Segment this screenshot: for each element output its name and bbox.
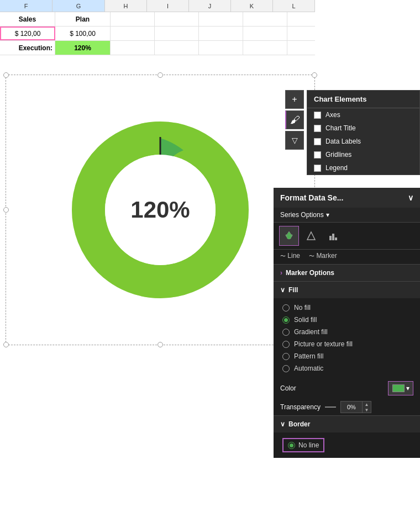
transparency-increment[interactable]: ▲	[363, 402, 371, 407]
tab-row: 〜 Line 〜 Marker	[274, 250, 420, 265]
legend-label: Legend	[326, 164, 348, 172]
solid-fill-label: Solid fill	[294, 316, 317, 324]
cell-g2[interactable]: $ 100,00	[55, 27, 111, 40]
chart-elements-item-gridlines[interactable]: Gridlines	[307, 148, 419, 161]
handle-tm[interactable]	[158, 72, 163, 78]
svg-rect-8	[335, 237, 337, 240]
fill-section-header[interactable]: ∨ Fill	[274, 282, 420, 298]
chart-title-checkbox[interactable]	[314, 125, 321, 132]
chart-elements-item-axes[interactable]: Axes	[307, 108, 419, 122]
border-label: Border	[288, 420, 310, 428]
cell-k2	[243, 27, 287, 40]
chart-elements-item-title[interactable]: Chart Title	[307, 122, 419, 135]
format-panel-subheader: Series Options ▾	[274, 208, 420, 223]
col-headers: F G H I J K L	[0, 0, 315, 12]
col-header-f[interactable]: F	[0, 0, 53, 12]
transparency-slider-icon	[325, 407, 336, 408]
cell-g1[interactable]: Plan	[55, 12, 111, 26]
format-data-series-panel: Format Data Se... ∨ Series Options ▾	[274, 188, 420, 458]
border-section-header[interactable]: ∨ Border	[274, 415, 420, 432]
cell-f1[interactable]: Sales	[0, 12, 55, 26]
col-header-i[interactable]: I	[147, 0, 189, 12]
handle-bm[interactable]	[158, 342, 163, 347]
svg-point-4	[287, 235, 291, 239]
gradient-fill-label: Gradient fill	[294, 328, 328, 336]
axes-checkbox[interactable]	[314, 112, 321, 119]
picture-fill-label: Picture or texture fill	[294, 340, 353, 348]
shape-effects-icon[interactable]	[301, 226, 321, 246]
bar-chart-icon[interactable]	[323, 226, 343, 246]
cell-j1	[199, 12, 243, 26]
no-line-radio[interactable]	[288, 442, 295, 449]
filter-icon: ▽	[292, 136, 298, 145]
automatic-fill-radio[interactable]	[282, 365, 290, 372]
fill-option-pattern[interactable]: Pattern fill	[282, 350, 411, 362]
fill-label: Fill	[288, 286, 298, 294]
cell-f2[interactable]: $ 120,00	[0, 27, 55, 40]
fill-option-gradient[interactable]: Gradient fill	[282, 326, 411, 338]
no-fill-radio[interactable]	[282, 304, 290, 312]
col-header-l[interactable]: L	[273, 0, 315, 12]
pattern-fill-radio[interactable]	[282, 353, 290, 360]
fill-color-icon[interactable]	[279, 226, 299, 246]
solid-fill-radio[interactable]	[282, 316, 290, 324]
line-wave-icon: 〜	[280, 253, 286, 259]
svg-marker-5	[307, 232, 315, 240]
col-header-g[interactable]: G	[53, 0, 105, 12]
color-row: Color ▾	[274, 378, 420, 399]
fill-option-no-fill[interactable]: No fill	[282, 302, 411, 314]
cell-k1	[243, 12, 287, 26]
fill-option-solid[interactable]: Solid fill	[282, 314, 411, 326]
svg-rect-6	[329, 236, 332, 240]
col-header-j[interactable]: J	[189, 0, 231, 12]
automatic-fill-label: Automatic	[294, 365, 323, 372]
fill-option-picture[interactable]: Picture or texture fill	[282, 338, 411, 350]
chart-area[interactable]: 120%	[6, 75, 315, 345]
marker-options-section[interactable]: › Marker Options	[274, 265, 420, 282]
chart-style-button[interactable]: 🖌	[285, 110, 304, 129]
table-row-execution: Execution: 120%	[0, 41, 315, 55]
close-panel-icon[interactable]: ∨	[408, 193, 413, 202]
chart-filter-button[interactable]: ▽	[285, 131, 304, 150]
color-swatch	[392, 384, 405, 392]
transparency-spinner[interactable]: ▲ ▼	[362, 402, 371, 413]
chart-elements-item-legend[interactable]: Legend	[307, 161, 419, 175]
handle-tl[interactable]	[3, 72, 9, 78]
series-options-label: Series Options	[280, 211, 324, 219]
chart-elements-panel: Chart Elements Axes Chart Title Data Lab…	[307, 90, 420, 175]
gridlines-label: Gridlines	[326, 151, 351, 159]
cell-j3	[199, 41, 243, 55]
legend-checkbox[interactable]	[314, 165, 321, 172]
cell-i3	[155, 41, 199, 55]
tab-marker[interactable]: 〜 Marker	[309, 252, 337, 262]
handle-bl[interactable]	[3, 342, 9, 347]
fill-option-automatic[interactable]: Automatic	[282, 362, 411, 374]
add-chart-element-button[interactable]: +	[285, 90, 304, 109]
transparency-decrement[interactable]: ▼	[363, 407, 371, 413]
fill-chevron-down: ∨	[280, 286, 285, 294]
table-row-header: Sales Plan	[0, 12, 315, 27]
border-chevron-down: ∨	[280, 420, 285, 428]
data-labels-checkbox[interactable]	[314, 138, 321, 145]
picture-fill-radio[interactable]	[282, 341, 290, 348]
cell-f3-label: Execution:	[0, 41, 55, 55]
transparency-input[interactable]	[341, 402, 362, 413]
tab-line[interactable]: 〜 Line	[280, 252, 300, 262]
color-dropdown-icon[interactable]: ▾	[406, 384, 410, 392]
gridlines-checkbox[interactable]	[314, 151, 321, 159]
spreadsheet: F G H I J K L Sales Plan $ 120,00 $ 100,…	[0, 0, 315, 75]
cell-g3-value[interactable]: 120%	[55, 41, 111, 55]
cell-k3	[243, 41, 287, 55]
color-picker-button[interactable]: ▾	[388, 381, 413, 395]
col-header-h[interactable]: H	[105, 0, 147, 12]
series-options-chevron[interactable]: ▾	[326, 211, 329, 219]
axes-label: Axes	[326, 111, 340, 119]
gradient-fill-radio[interactable]	[282, 329, 290, 336]
handle-tr[interactable]	[312, 72, 317, 78]
marker-options-label: Marker Options	[286, 269, 334, 277]
donut-chart: 120%	[72, 122, 249, 298]
chart-elements-item-datalabels[interactable]: Data Labels	[307, 135, 419, 148]
border-no-line-item[interactable]: No line	[282, 436, 411, 455]
handle-ml[interactable]	[3, 207, 9, 213]
col-header-k[interactable]: K	[231, 0, 273, 12]
